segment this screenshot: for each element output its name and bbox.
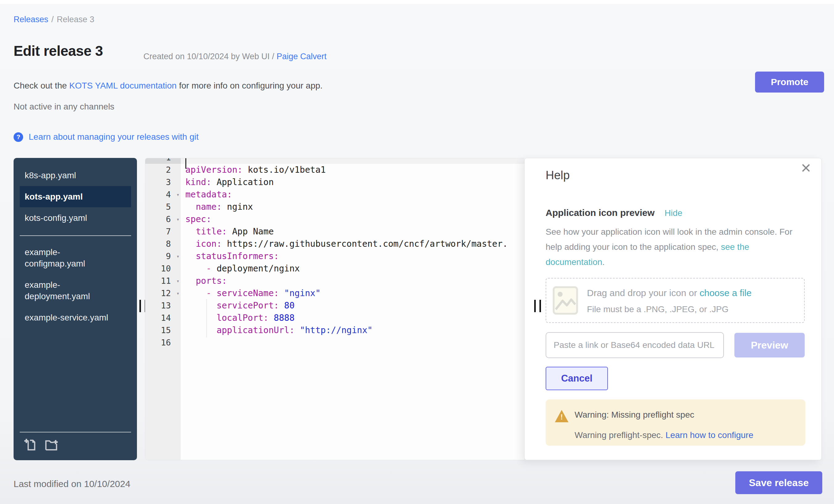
created-info: Created on 10/10/2024 by Web UI / Paige …	[144, 52, 327, 61]
line-number: 13	[145, 300, 181, 312]
line-number: 14	[145, 312, 181, 324]
edit-release-page: Releases/Release 3 Edit release 3 Create…	[0, 0, 834, 504]
file-tree-sidebar: k8s-app.yamlkots-app.yamlkots-config.yam…	[14, 158, 137, 460]
line-number: 12▾	[145, 287, 181, 300]
top-strip	[0, 0, 834, 4]
add-file-icon[interactable]	[23, 437, 38, 452]
dropzone-line2: File must be a .PNG, .JPEG, or .JPG	[587, 304, 728, 314]
code-line[interactable]: kind: Application	[181, 176, 524, 189]
line-number: 9▾	[145, 250, 181, 262]
channel-status: Not active in any channels	[14, 102, 114, 112]
description-text: See how your application icon will look …	[546, 227, 792, 252]
line-number: 10	[145, 262, 181, 275]
line-number: 1	[145, 158, 181, 164]
fold-arrow-icon[interactable]: ▾	[176, 287, 179, 300]
line-number: 2	[145, 164, 181, 176]
doc-prefix: Check out the	[14, 81, 69, 90]
breadcrumb-separator: /	[51, 15, 54, 24]
icon-url-input[interactable]	[546, 332, 724, 358]
line-number: 5	[145, 201, 181, 213]
cancel-button[interactable]: Cancel	[546, 367, 608, 390]
fold-arrow-icon[interactable]: ▾	[176, 250, 179, 262]
file-tree-item[interactable]: example-configmap.yaml	[20, 242, 122, 274]
file-tree-item[interactable]: k8s-app.yaml	[20, 165, 122, 186]
code-line[interactable]: ---	[181, 158, 524, 164]
indent-guide	[206, 300, 207, 337]
editor-cursor	[185, 158, 186, 169]
code-line[interactable]: apiVersion: kots.io/v1beta1	[181, 164, 524, 176]
line-number: 8	[145, 238, 181, 250]
choose-a-file-link[interactable]: choose a file	[700, 288, 751, 298]
help-panel: × Help Application icon preview Hide See…	[524, 158, 822, 460]
editor-code-area[interactable]: ---apiVersion: kots.io/v1beta1kind: Appl…	[181, 158, 524, 349]
add-folder-icon[interactable]	[44, 437, 59, 452]
image-placeholder-icon	[552, 286, 578, 315]
yaml-editor[interactable]: 1234▾56▾789▾1011▾12▾13141516 ---apiVersi…	[145, 158, 524, 460]
fold-arrow-icon[interactable]: ▾	[176, 213, 179, 225]
git-help-line: ? Learn about managing your releases wit…	[14, 132, 199, 142]
code-line[interactable]: servicePort: 80	[181, 300, 524, 312]
file-tree-item[interactable]: example-service.yaml	[20, 307, 122, 328]
dropzone-line1: Drag and drop your icon or choose a file	[587, 288, 752, 298]
line-number: 7	[145, 225, 181, 238]
code-line[interactable]: metadata:	[181, 189, 524, 201]
code-line[interactable]: name: nginx	[181, 201, 524, 213]
save-release-button[interactable]: Save release	[735, 471, 822, 494]
code-line[interactable]: - deployment/nginx	[181, 262, 524, 275]
created-prefix: Created on 10/10/2024 by Web UI /	[144, 52, 277, 61]
promote-button[interactable]: Promote	[755, 71, 824, 92]
line-number: 11▾	[145, 275, 181, 287]
breadcrumb-current: Release 3	[57, 15, 94, 24]
code-line[interactable]: ports:	[181, 275, 524, 287]
kots-yaml-doc-link[interactable]: KOTS YAML documentation	[69, 81, 177, 90]
question-circle-icon[interactable]: ?	[14, 132, 23, 142]
warning-triangle-icon: !	[555, 410, 568, 422]
preview-button[interactable]: Preview	[734, 333, 805, 357]
code-line[interactable]: statusInformers:	[181, 250, 524, 262]
help-panel-title: Help	[546, 169, 570, 182]
code-line[interactable]: - serviceName: "nginx"	[181, 287, 524, 300]
line-number: 3	[145, 176, 181, 189]
fold-arrow-icon[interactable]: ▾	[176, 189, 179, 201]
learn-how-to-configure-link[interactable]: Learn how to configure	[665, 430, 753, 440]
file-tree-footer	[20, 432, 131, 455]
code-line[interactable]	[181, 336, 524, 349]
file-tree-item[interactable]: example-deployment.yaml	[20, 274, 122, 307]
line-number: 15	[145, 324, 181, 336]
file-tree-divider	[20, 235, 131, 236]
created-by-link[interactable]: Paige Calvert	[277, 52, 327, 61]
hide-link[interactable]: Hide	[665, 208, 683, 218]
warning-title: Warning: Missing preflight spec	[575, 410, 694, 420]
breadcrumb: Releases/Release 3	[14, 15, 94, 24]
line-number: 6▾	[145, 213, 181, 225]
git-docs-link[interactable]: Learn about managing your releases with …	[29, 132, 199, 142]
line-number: 4▾	[145, 189, 181, 201]
file-list: k8s-app.yamlkots-app.yamlkots-config.yam…	[20, 165, 131, 328]
icon-preview-section-header: Application icon preview Hide	[546, 207, 682, 218]
preflight-warning-box: ! Warning: Missing preflight spec Warnin…	[546, 399, 805, 446]
icon-dropzone[interactable]: Drag and drop your icon or choose a file…	[546, 278, 805, 323]
breadcrumb-releases-link[interactable]: Releases	[14, 15, 48, 24]
code-line[interactable]: title: App Name	[181, 225, 524, 238]
file-tree-item[interactable]: kots-app.yaml	[20, 186, 131, 207]
file-tree-item[interactable]: kots-config.yaml	[20, 207, 122, 228]
warning-detail: Warning preflight-spec. Learn how to con…	[575, 430, 753, 440]
editor-gutter: 1234▾56▾789▾1011▾12▾13141516	[145, 158, 181, 349]
close-icon[interactable]: ×	[798, 159, 813, 176]
icon-preview-title: Application icon preview	[546, 207, 655, 218]
code-line[interactable]: applicationUrl: "http://nginx"	[181, 324, 524, 336]
code-line[interactable]: localPort: 8888	[181, 312, 524, 324]
fold-arrow-icon[interactable]: ▾	[176, 275, 179, 287]
doc-line: Check out the KOTS YAML documentation fo…	[14, 81, 323, 91]
line-number: 16	[145, 336, 181, 349]
doc-suffix: for more info on configuring your app.	[177, 81, 323, 90]
last-modified-text: Last modified on 10/10/2024	[14, 479, 130, 489]
code-line[interactable]: spec:	[181, 213, 524, 225]
panel-resize-handle-right[interactable]	[534, 300, 541, 312]
icon-preview-description: See how your application icon will look …	[546, 224, 803, 269]
code-line[interactable]: icon: https://raw.githubusercontent.com/…	[181, 238, 524, 250]
page-title: Edit release 3	[14, 43, 103, 59]
